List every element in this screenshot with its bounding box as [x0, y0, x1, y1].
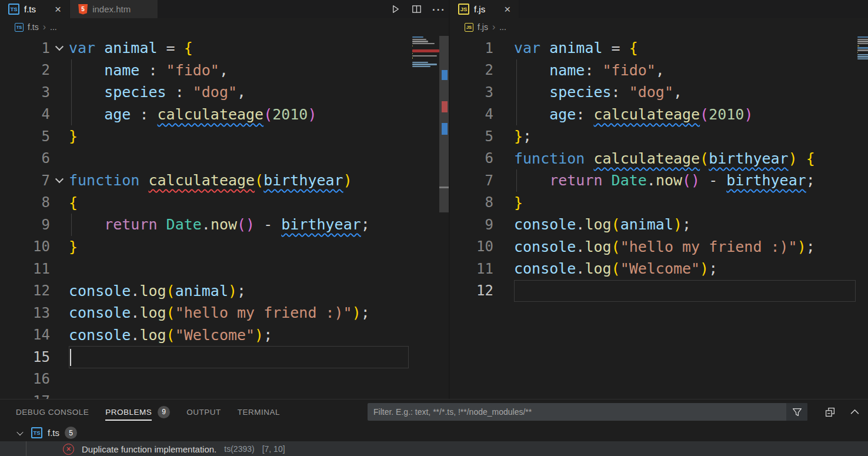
- code-token: console: [69, 304, 131, 321]
- code-line[interactable]: var animal = {: [69, 37, 449, 59]
- code-editor-fjs[interactable]: 123456789101112 var animal = { name: "fi…: [450, 36, 868, 399]
- gutter-line: 17: [0, 390, 69, 399]
- code-token: console: [69, 282, 131, 299]
- code-line[interactable]: [69, 390, 449, 399]
- filter-input[interactable]: [368, 403, 807, 421]
- code-line[interactable]: function calculateage(birthyear) {: [514, 148, 868, 170]
- breadcrumb[interactable]: TS f.ts › ...: [0, 18, 449, 36]
- editor-lines[interactable]: var animal = { name : "fido", species : …: [69, 36, 449, 399]
- gutter-line: 15: [0, 346, 69, 368]
- code-line[interactable]: function calculateage(birthyear): [69, 169, 449, 192]
- breadcrumb-tail[interactable]: ...: [50, 22, 57, 32]
- code-line[interactable]: return Date.now() - birthyear;: [514, 169, 868, 192]
- code-token: -: [700, 172, 726, 189]
- code-token: var: [69, 39, 95, 56]
- tab-fjs[interactable]: JS f.js ×: [450, 0, 519, 18]
- minimap-line: [412, 43, 435, 44]
- tab-fts[interactable]: TS f.ts ×: [0, 0, 70, 18]
- code-line[interactable]: var animal = {: [514, 37, 868, 59]
- problem-row[interactable]: × Duplicate function implementation. ts(…: [0, 441, 868, 456]
- tab-problems[interactable]: PROBLEMS 9: [105, 406, 170, 418]
- problem-position: [7, 10]: [262, 444, 285, 454]
- code-token: console: [514, 216, 576, 233]
- chevron-down-icon[interactable]: [16, 428, 23, 435]
- editor-group-right: JS f.js × JS f.js › ... 123456789101112 …: [450, 0, 868, 399]
- line-number: 15: [0, 349, 50, 365]
- code-token: now: [211, 216, 237, 233]
- code-line[interactable]: age : calculateage(2010): [69, 104, 449, 126]
- gutter-line: 9: [0, 214, 69, 236]
- code-line[interactable]: console.log("hello my friend :)");: [69, 302, 449, 324]
- minimap-line: [412, 36, 423, 38]
- code-token: "dog": [193, 84, 237, 101]
- typescript-file-icon: TS: [8, 4, 19, 15]
- code-line[interactable]: console.log("Welcome");: [514, 258, 868, 280]
- minimap-line: [412, 62, 428, 63]
- tab-output[interactable]: OUTPUT: [186, 408, 221, 417]
- code-line[interactable]: }: [69, 236, 449, 258]
- filter-icon[interactable]: [786, 403, 807, 421]
- gutter-line: 7: [450, 169, 514, 192]
- problems-file-row[interactable]: TS f.ts 5: [0, 424, 868, 441]
- code-token: birthyear: [709, 150, 788, 167]
- code-line[interactable]: [69, 346, 409, 368]
- code-token: ): [673, 216, 682, 233]
- code-line[interactable]: [69, 258, 449, 280]
- code-line[interactable]: name : "fido",: [69, 59, 449, 82]
- split-editor-icon[interactable]: [411, 4, 422, 15]
- close-icon[interactable]: ×: [55, 4, 61, 15]
- code-token: ;: [361, 216, 370, 233]
- code-token: ;: [263, 327, 272, 344]
- chevron-right-icon: ›: [43, 22, 46, 32]
- gutter-line: 12: [450, 280, 514, 302]
- gutter-line: 11: [0, 258, 69, 280]
- code-line[interactable]: }: [514, 192, 868, 214]
- gutter-line: 4: [0, 104, 69, 126]
- code-line[interactable]: console.log(animal);: [69, 280, 449, 302]
- code-line[interactable]: console.log(animal);: [514, 214, 868, 236]
- close-icon[interactable]: ×: [504, 4, 510, 15]
- tab-debug-console[interactable]: DEBUG CONSOLE: [16, 408, 89, 417]
- code-token: return: [104, 216, 157, 233]
- more-actions-icon[interactable]: ···: [432, 4, 443, 15]
- editor-lines[interactable]: var animal = { name: "fido", species: "d…: [514, 36, 868, 399]
- code-token: log: [585, 216, 611, 233]
- code-token: [69, 62, 104, 79]
- code-line[interactable]: age: calculateage(2010): [514, 104, 868, 126]
- error-icon: ×: [63, 444, 74, 455]
- code-token: ;: [523, 128, 532, 145]
- fold-chevron-icon[interactable]: [55, 175, 64, 183]
- code-editor-fts[interactable]: 1234567891011121314151617 var animal = {…: [0, 36, 449, 399]
- gutter-line: 12: [0, 280, 69, 302]
- tab-indexhtm[interactable]: 5 index.htm: [70, 0, 158, 18]
- collapse-all-icon[interactable]: [824, 407, 835, 417]
- breadcrumb-tail[interactable]: ...: [499, 22, 506, 32]
- code-line[interactable]: };: [514, 125, 868, 148]
- code-line[interactable]: {: [69, 192, 449, 214]
- tab-terminal[interactable]: TERMINAL: [238, 408, 280, 417]
- fold-chevron-icon[interactable]: [55, 42, 64, 51]
- code-line[interactable]: species : "dog",: [69, 81, 449, 104]
- code-line[interactable]: console.log("Welcome");: [69, 324, 449, 347]
- run-icon[interactable]: [390, 4, 400, 15]
- code-token: console: [514, 260, 576, 277]
- code-token: Date: [612, 172, 647, 189]
- breadcrumb-file[interactable]: f.ts: [28, 22, 39, 32]
- breadcrumb-file[interactable]: f.js: [478, 22, 488, 32]
- vertical-scrollbar[interactable]: [439, 36, 449, 399]
- code-line[interactable]: [514, 280, 856, 302]
- minimap[interactable]: [412, 36, 439, 75]
- code-line[interactable]: [69, 368, 449, 391]
- minimap[interactable]: [857, 36, 868, 62]
- code-line[interactable]: [69, 148, 449, 170]
- minimap-line: [857, 49, 868, 51]
- code-line[interactable]: console.log("hello my friend :)");: [514, 236, 868, 258]
- code-line[interactable]: return Date.now() - birthyear;: [69, 214, 449, 236]
- chevron-up-icon[interactable]: [849, 407, 860, 417]
- minimap-line: [412, 72, 439, 74]
- code-line[interactable]: name: "fido",: [514, 59, 868, 82]
- code-line[interactable]: species: "dog",: [514, 81, 868, 104]
- line-number: 17: [0, 393, 50, 399]
- code-line[interactable]: }: [69, 125, 449, 148]
- breadcrumb[interactable]: JS f.js › ...: [450, 18, 868, 36]
